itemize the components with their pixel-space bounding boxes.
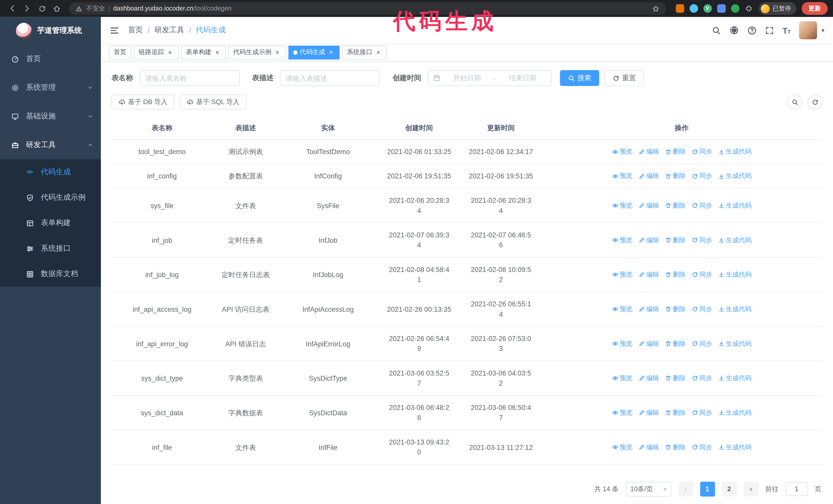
delete-link[interactable]: 删除 [665,373,686,383]
import-sql-button[interactable]: 基于 SQL 导入 [180,95,246,110]
sidebar-item-infrastructure[interactable]: 基础设施 [0,102,101,131]
sync-link[interactable]: 同步 [691,442,712,452]
close-icon[interactable]: × [273,49,281,56]
generate-code-link[interactable]: 生成代码 [718,269,752,280]
refresh-button[interactable] [808,95,823,110]
edit-link[interactable]: 编辑 [638,269,659,280]
breadcrumb-dev-tools[interactable]: 研发工具 [154,25,184,35]
reset-button[interactable]: 重置 [604,70,644,86]
back-button[interactable] [5,2,19,16]
sync-link[interactable]: 同步 [691,147,712,157]
prev-page-button[interactable]: ‹ [678,482,693,497]
sync-link[interactable]: 同步 [691,373,712,383]
preview-link[interactable]: 预览 [612,408,633,417]
edit-link[interactable]: 编辑 [638,408,659,417]
sync-link[interactable]: 同步 [691,171,712,181]
sync-link[interactable]: 同步 [691,339,712,349]
sync-link[interactable]: 同步 [691,235,712,245]
delete-link[interactable]: 删除 [665,200,686,211]
sync-link[interactable]: 同步 [691,200,712,211]
preview-link[interactable]: 预览 [612,442,633,452]
breadcrumb-home[interactable]: 首页 [128,25,143,35]
page-size-select[interactable]: 10条/页 ▾ [626,482,671,497]
sidebar-item-form-builder[interactable]: 表单构建 [0,210,101,236]
preview-link[interactable]: 预览 [612,200,633,211]
tab-codegen-example[interactable]: 代码生成示例× [229,45,286,59]
puzzle-extensions-icon[interactable] [744,4,753,13]
preview-link[interactable]: 预览 [612,171,633,181]
tab-system-api[interactable]: 系统接口× [342,45,387,59]
delete-link[interactable]: 删除 [665,269,686,280]
bookmark-star-icon[interactable] [651,5,660,13]
extension-icon-5[interactable] [731,4,739,13]
avatar-caret-icon[interactable]: ▾ [822,27,824,34]
tab-form-builder[interactable]: 表单构建× [181,45,226,59]
sidebar-item-home[interactable]: 首页 [0,45,101,73]
sync-link[interactable]: 同步 [691,304,712,314]
table-name-input[interactable] [139,70,239,86]
close-icon[interactable]: × [327,49,335,56]
search-button[interactable]: 搜索 [560,70,599,86]
search-icon[interactable] [712,26,721,34]
preview-link[interactable]: 预览 [612,235,633,245]
delete-link[interactable]: 删除 [665,339,686,349]
preview-link[interactable]: 预览 [612,339,633,349]
extension-icon-4[interactable] [717,4,725,13]
reload-button[interactable] [35,2,49,16]
sync-link[interactable]: 同步 [691,269,712,280]
extension-icon-2[interactable] [689,4,698,13]
generate-code-link[interactable]: 生成代码 [718,442,752,452]
preview-link[interactable]: 预览 [612,269,633,280]
generate-code-link[interactable]: 生成代码 [718,235,752,245]
edit-link[interactable]: 编辑 [638,200,659,211]
edit-link[interactable]: 编辑 [638,442,659,452]
sidebar-item-system[interactable]: 系统管理 [0,73,101,102]
close-icon[interactable]: × [375,49,382,56]
forward-button[interactable] [20,2,34,16]
tab-tracing[interactable]: 链路追踪× [134,45,178,59]
generate-code-link[interactable]: 生成代码 [718,147,752,157]
import-db-button[interactable]: 基于 DB 导入 [112,95,174,110]
sidebar-item-db-docs[interactable]: 数据库文档 [0,261,101,287]
generate-code-link[interactable]: 生成代码 [718,200,752,211]
home-button[interactable] [50,2,64,16]
sidebar-item-codegen[interactable]: </> 代码生成 [0,159,101,185]
vue-devtools-icon[interactable]: V [703,4,712,13]
page-button-1[interactable]: 1 [700,482,715,497]
generate-code-link[interactable]: 生成代码 [718,171,752,181]
edit-link[interactable]: 编辑 [638,147,659,157]
github-icon[interactable] [730,25,739,35]
edit-link[interactable]: 编辑 [638,339,659,349]
date-range-picker[interactable]: 开始日期 - 结束日期 [428,70,552,86]
delete-link[interactable]: 删除 [665,408,686,417]
delete-link[interactable]: 删除 [665,171,686,181]
sidebar-item-codegen-example[interactable]: 代码生成示例 [0,185,101,210]
generate-code-link[interactable]: 生成代码 [718,373,752,383]
app-logo[interactable]: 芋道管理系统 [0,17,101,45]
close-icon[interactable]: × [214,49,221,56]
update-button[interactable]: 更新 [802,2,828,15]
show-search-button[interactable] [787,95,802,110]
page-button-2[interactable]: 2 [722,482,737,497]
preview-link[interactable]: 预览 [612,147,633,157]
edit-link[interactable]: 编辑 [638,304,659,314]
close-icon[interactable]: × [166,49,174,56]
generate-code-link[interactable]: 生成代码 [718,304,752,314]
profile-badge[interactable]: 已暂停 [758,2,796,15]
table-desc-input[interactable] [280,70,380,86]
generate-code-link[interactable]: 生成代码 [718,408,752,417]
sidebar-item-system-api[interactable]: 系统接口 [0,236,101,261]
hamburger-icon[interactable] [110,25,119,35]
sidebar-item-dev-tools[interactable]: 研发工具 [0,131,101,160]
edit-link[interactable]: 编辑 [638,171,659,181]
preview-link[interactable]: 预览 [612,304,633,314]
extension-icon-1[interactable] [675,4,684,13]
edit-link[interactable]: 编辑 [638,235,659,245]
preview-link[interactable]: 预览 [612,373,633,383]
tab-codegen[interactable]: 代码生成× [288,45,339,59]
delete-link[interactable]: 删除 [665,442,686,452]
address-bar[interactable]: 不安全 dashboard.yudao.iocoder.cn/tool/code… [69,2,666,15]
delete-link[interactable]: 删除 [665,235,686,245]
help-icon[interactable] [748,26,757,34]
sync-link[interactable]: 同步 [691,408,712,417]
